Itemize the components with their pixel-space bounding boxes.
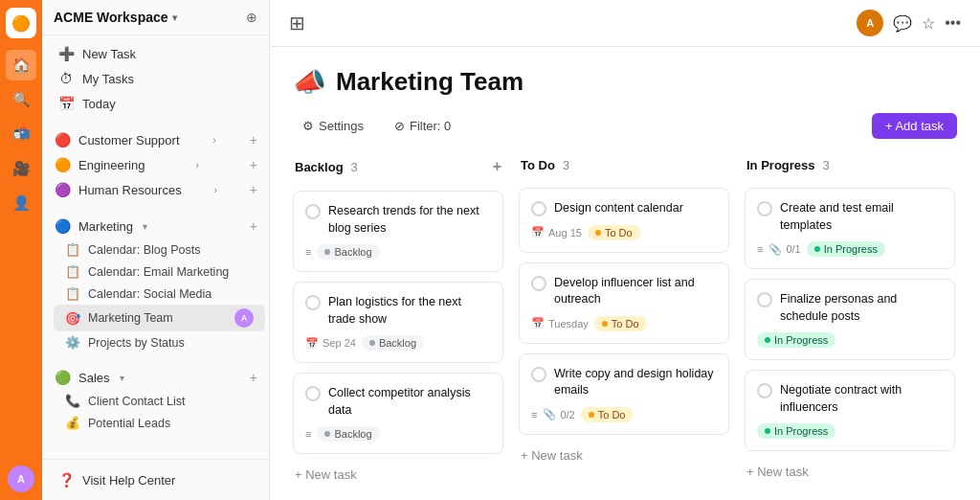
engineering-label: Engineering [78, 158, 145, 172]
workspace-name[interactable]: ACME Workspace ▾ [54, 10, 177, 25]
add-icon[interactable]: ⊕ [246, 10, 257, 25]
sidebar-item-marketing-team[interactable]: 🎯 Marketing Team A [54, 305, 265, 331]
card-c3[interactable]: Collect competitor analysis data ≡ Backl… [293, 373, 503, 454]
card-meta-c2: 📅 Sep 24 Backlog [305, 335, 491, 351]
chevron-down-icon: ▾ [143, 221, 147, 232]
potential-leads-label: Potential Leads [88, 417, 170, 430]
badge-c6: To Do [581, 407, 634, 422]
chevron-down-icon: ▾ [172, 12, 177, 23]
sidebar-item-cal-social[interactable]: 📋 Calendar: Social Media [54, 283, 265, 305]
sidebar-item-marketing[interactable]: 🔵 Marketing ▾ + [42, 214, 269, 239]
menu-icon-c1: ≡ [305, 246, 311, 258]
sidebar-item-engineering[interactable]: 🟠 Engineering › + [42, 152, 269, 177]
card-c5[interactable]: Develop influencer list and outreach 📅 T… [519, 262, 729, 344]
column-backlog: Backlog 3 + Research trends for the next… [293, 158, 503, 487]
add-task-label: + Add task [885, 119, 944, 133]
add-group-icon[interactable]: + [250, 132, 257, 148]
sidebar-item-projects-status[interactable]: ⚙️ Projects by Status [54, 331, 265, 353]
badge-c4: To Do [588, 225, 640, 240]
client-contact-icon: 📞 [65, 394, 80, 408]
sales-icon: 🟢 [54, 370, 71, 385]
card-c4[interactable]: Design content calendar 📅 Aug 15 To Do [519, 188, 729, 253]
add-group-icon[interactable]: + [250, 157, 257, 172]
sidebar-item-customer-support[interactable]: 🔴 Customer Support › + [42, 127, 269, 152]
card-c9[interactable]: Negotiate contract with influencers In P… [745, 370, 955, 451]
card-title-c2: Plan logistics for the next trade show [328, 294, 491, 328]
add-task-button[interactable]: + Add task [872, 113, 957, 139]
card-c1[interactable]: Research trends for the next blog series… [293, 191, 503, 272]
sidebar-item-cal-blog[interactable]: 📋 Calendar: Blog Posts [54, 239, 265, 261]
nav-video[interactable]: 🎥 [6, 153, 36, 184]
nav-search[interactable]: 🔍 [6, 84, 36, 115]
column-inprogress: In Progress 3 Create and test email temp… [745, 158, 955, 487]
chevron-right-icon: › [212, 135, 215, 146]
new-task-todo-label: + New task [521, 448, 583, 463]
sales-label: Sales [78, 371, 110, 385]
help-icon: ❓ [57, 472, 75, 488]
sidebar-item-sales[interactable]: 🟢 Sales ▾ + [42, 365, 269, 390]
card-checkbox-c5[interactable] [531, 276, 546, 291]
chat-icon[interactable]: 💬 [893, 14, 912, 33]
card-checkbox-c1[interactable] [305, 204, 321, 219]
menu-icon-c7: ≡ [757, 243, 763, 255]
new-task-inprogress[interactable]: + New task [745, 461, 955, 483]
card-checkbox-c8[interactable] [757, 292, 772, 307]
sidebar-item-my-tasks[interactable]: ⏱ My Tasks [46, 66, 265, 91]
sidebar-item-potential-leads[interactable]: 💰 Potential Leads [54, 412, 265, 434]
add-marketing-icon[interactable]: + [250, 218, 257, 234]
card-meta-c6: ≡ 📎 0/2 To Do [531, 407, 717, 422]
sidebar-item-client-contact[interactable]: 📞 Client Contact List [54, 390, 265, 412]
filter-button[interactable]: ⊘ Filter: 0 [385, 114, 460, 138]
sidebar-item-new-task[interactable]: ➕ New Task [46, 41, 265, 66]
new-task-backlog[interactable]: + New task [293, 464, 503, 486]
nav-inbox[interactable]: 📬 [6, 119, 36, 149]
header-user-avatar[interactable]: A [857, 10, 883, 36]
sidebar-header-icons: ⊕ [246, 10, 257, 25]
new-task-todo[interactable]: + New task [519, 444, 729, 466]
subtask-c6: 📎 0/2 [543, 408, 574, 420]
card-date-c5: 📅 Tuesday [531, 317, 589, 330]
card-checkbox-c7[interactable] [757, 201, 772, 216]
card-checkbox-c3[interactable] [305, 386, 321, 401]
card-c6[interactable]: Write copy and design holiday emails ≡ 📎… [519, 353, 729, 435]
star-icon[interactable]: ☆ [922, 14, 935, 33]
card-checkbox-c4[interactable] [531, 201, 546, 216]
main-header-right: A 💬 ☆ ••• [857, 10, 961, 36]
card-meta-c8: In Progress [757, 332, 943, 348]
nav-user[interactable]: 👤 [6, 188, 36, 218]
board-icon: ⊞ [289, 12, 305, 34]
user-avatar[interactable]: A [8, 466, 34, 492]
marketing-team-icon: 🎯 [65, 311, 80, 326]
cal-social-label: Calendar: Social Media [88, 287, 212, 301]
group-icon: 🟠 [54, 157, 71, 172]
sidebar-item-help[interactable]: ❓ Visit Help Center [46, 467, 265, 492]
more-icon[interactable]: ••• [945, 14, 961, 32]
chevron-down-icon: ▾ [120, 373, 124, 383]
column-add-backlog[interactable]: + [493, 158, 501, 175]
card-c8[interactable]: Finalize personas and schedule posts In … [745, 279, 955, 360]
sidebar-item-cal-email[interactable]: 📋 Calendar: Email Marketing [54, 261, 265, 283]
settings-icon: ⚙ [302, 119, 314, 133]
group-icon: 🔵 [54, 218, 71, 234]
card-top-c8: Finalize personas and schedule posts [757, 291, 943, 325]
card-title-c6: Write copy and design holiday emails [554, 366, 717, 399]
card-checkbox-c6[interactable] [531, 367, 546, 382]
card-c2[interactable]: Plan logistics for the next trade show 📅… [293, 282, 503, 363]
page-title: 📣 Marketing Team [293, 66, 957, 98]
sidebar-item-today[interactable]: 📅 Today [46, 91, 265, 116]
nav-home[interactable]: 🏠 [6, 50, 36, 80]
settings-button[interactable]: ⚙ Settings [293, 114, 373, 138]
chevron-right-icon: › [195, 160, 198, 170]
app-logo[interactable]: 🟠 [6, 8, 36, 38]
marketing-label: Marketing [78, 219, 133, 234]
card-c7[interactable]: Create and test email templates ≡ 📎 0/1 … [745, 188, 955, 269]
today-label: Today [82, 97, 254, 111]
card-checkbox-c2[interactable] [305, 295, 321, 310]
card-checkbox-c9[interactable] [757, 383, 772, 398]
cal-icon-c4: 📅 [531, 226, 545, 239]
column-header-todo: To Do 3 [519, 158, 729, 178]
add-sales-icon[interactable]: + [250, 370, 257, 385]
card-top-c3: Collect competitor analysis data [305, 385, 491, 419]
add-group-icon[interactable]: + [250, 182, 257, 197]
sidebar-item-human-resources[interactable]: 🟣 Human Resources › + [42, 177, 269, 202]
